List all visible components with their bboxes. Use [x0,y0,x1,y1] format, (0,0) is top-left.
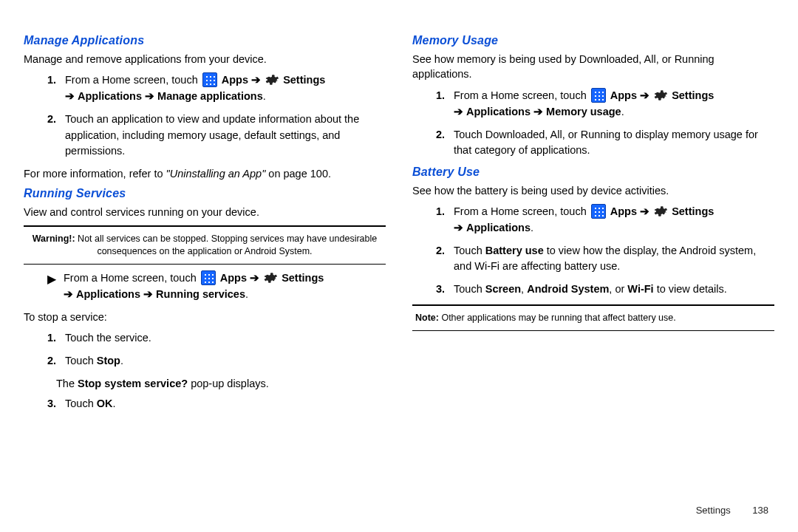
list-body: From a Home screen, touch Apps ➔ Setting… [64,270,324,302]
gear-icon [262,270,279,286]
apps-grid-icon [591,88,606,103]
list-number: 2. [412,127,454,143]
list-number: 1. [24,330,65,346]
list-number: 1. [412,88,454,103]
sub-paragraph: The Stop system service? pop-up displays… [56,376,386,392]
list-number: 1. [24,72,65,88]
heading-manage-applications: Manage Applications [24,34,386,47]
cross-reference: For more information, refer to "Uninstal… [24,166,386,181]
list-item: 2. Touch Stop. [24,353,386,369]
intro-text: View and control services running on you… [24,205,386,219]
ordered-list: 1. Touch the service. 2. Touch Stop. [24,330,386,369]
intro-text: Manage and remove applications from your… [24,52,386,66]
warning-text: Not all services can be stopped. Stoppin… [75,233,378,256]
ordered-list: 1. From a Home screen, touch Apps ➔ Sett… [412,88,774,158]
ordered-list: 3. Touch OK. [24,396,386,412]
list-item: 3. Touch Screen, Android System, or Wi-F… [412,282,774,297]
list-item: 2. Touch an application to view and upda… [24,112,386,158]
list-item: 1. From a Home screen, touch Apps ➔ Sett… [412,88,774,120]
list-body: From a Home screen, touch Apps ➔ Setting… [454,204,774,236]
note-text: Other applications may be running that a… [439,313,676,323]
gear-icon [264,72,280,88]
gear-icon [652,203,669,219]
list-item: 2. Touch Battery use to view how the dis… [412,243,774,274]
left-column: Manage Applications Manage and remove ap… [24,30,386,419]
warning-callout: Warning!: Not all services can be stoppe… [24,230,386,261]
list-body: From a Home screen, touch Apps ➔ Setting… [65,72,386,104]
list-number: 2. [412,243,454,259]
two-column-layout: Manage Applications Manage and remove ap… [24,30,774,419]
heading-running-services: Running Services [24,187,386,200]
list-number: 1. [412,204,454,219]
document-page: Manage Applications Manage and remove ap… [0,0,798,532]
list-body: Touch Downloaded, All, or Running to dis… [454,127,774,158]
gear-icon [652,87,669,103]
footer-section: Settings [696,505,731,516]
list-body: Touch OK. [65,396,386,412]
divider [412,304,774,306]
warning-label: Warning!: [33,233,75,244]
note-label: Note: [415,313,439,323]
divider [412,330,774,331]
right-column: Memory Usage See how memory is being use… [412,30,774,419]
apps-grid-icon [201,270,216,285]
divider [24,264,386,265]
substep-intro: To stop a service: [24,310,386,324]
list-body: Touch an application to view and update … [65,112,386,158]
list-item: 1. From a Home screen, touch Apps ➔ Sett… [24,72,386,104]
divider [24,225,386,227]
list-number: 3. [412,282,454,297]
list-item: 1. From a Home screen, touch Apps ➔ Sett… [412,204,774,236]
ordered-list: 1. From a Home screen, touch Apps ➔ Sett… [412,204,774,297]
intro-text: See how memory is being used by Download… [412,52,774,82]
list-item: 3. Touch OK. [24,396,386,412]
list-body: Touch Battery use to view how the displa… [454,243,774,274]
heading-memory-usage: Memory Usage [412,34,774,47]
list-body: From a Home screen, touch Apps ➔ Setting… [454,88,774,120]
note-callout: Note: Other applications may be running … [412,309,774,327]
apps-grid-icon [591,204,606,219]
heading-battery-use: Battery Use [412,166,774,179]
bullet-item: ▶ From a Home screen, touch Apps ➔ Setti… [24,270,386,302]
list-number: 3. [24,396,65,412]
intro-text: See how the battery is being used by dev… [412,183,774,198]
list-body: Touch the service. [65,330,386,346]
ordered-list: 1. From a Home screen, touch Apps ➔ Sett… [24,72,386,158]
list-item: 1. Touch the service. [24,330,386,346]
apps-grid-icon [202,72,217,87]
list-number: 2. [24,112,65,127]
page-footer: Settings 138 [696,505,768,516]
list-body: Touch Stop. [65,353,386,369]
footer-page-number: 138 [752,505,768,516]
list-number: 2. [24,353,65,369]
list-body: Touch Screen, Android System, or Wi-Fi t… [454,282,774,297]
triangle-bullet-icon: ▶ [24,270,64,287]
list-item: 2. Touch Downloaded, All, or Running to … [412,127,774,158]
